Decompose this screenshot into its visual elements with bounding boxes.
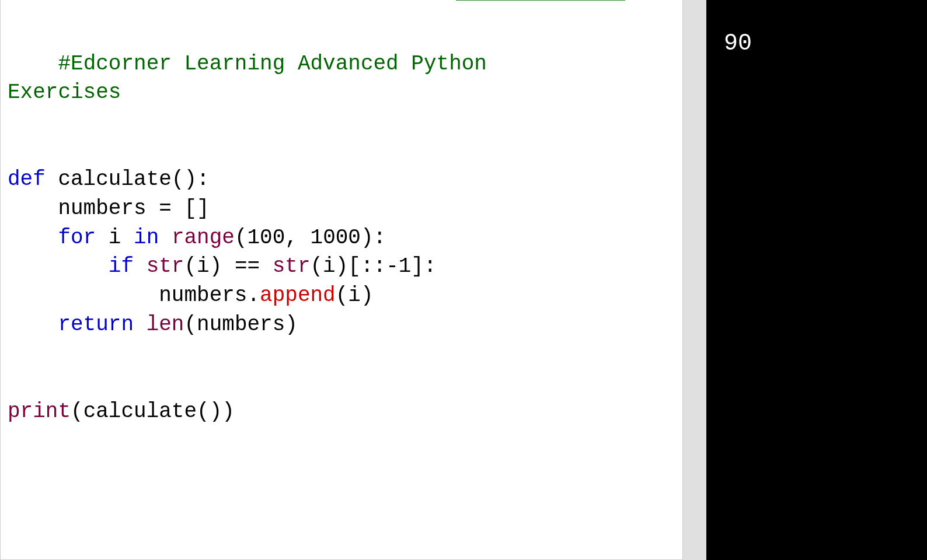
code-keyword-in: in (134, 226, 159, 250)
code-keyword-def: def (8, 167, 46, 191)
code-function-name: calculate(): (46, 167, 210, 191)
code-method-append: append (260, 284, 336, 307)
code-keyword-if: if (8, 254, 134, 278)
code-builtin-len: len (147, 313, 184, 337)
code-space (134, 254, 147, 278)
code-comment: Exercises (8, 80, 121, 104)
active-tab-indicator (456, 0, 625, 1)
code-args: (numbers) (184, 313, 297, 337)
code-space (159, 226, 172, 250)
pane-divider (683, 0, 706, 560)
code-builtin-str: str (273, 254, 311, 278)
code-args: (100, 1000): (235, 226, 386, 250)
code-var: i (96, 226, 134, 250)
code-line: numbers = [] (8, 197, 210, 220)
code-space (134, 313, 147, 337)
code-comment: #Edcorner Learning Advanced Python (58, 52, 487, 76)
code-builtin-range: range (172, 226, 235, 250)
code-line: numbers. (8, 284, 260, 307)
code-args: (i) == (184, 254, 272, 278)
code-keyword-return: return (8, 313, 134, 337)
output-console: 90 (706, 0, 927, 560)
code-editor[interactable]: #Edcorner Learning Advanced Python Exerc… (0, 0, 683, 560)
code-args: (i)[::-1]: (311, 254, 437, 278)
code-args: (i) (336, 284, 374, 307)
code-builtin-print: print (8, 400, 71, 424)
code-args: (calculate()) (71, 400, 235, 424)
code-builtin-str: str (147, 254, 184, 278)
code-keyword-for: for (8, 226, 96, 250)
output-text: 90 (724, 30, 752, 57)
